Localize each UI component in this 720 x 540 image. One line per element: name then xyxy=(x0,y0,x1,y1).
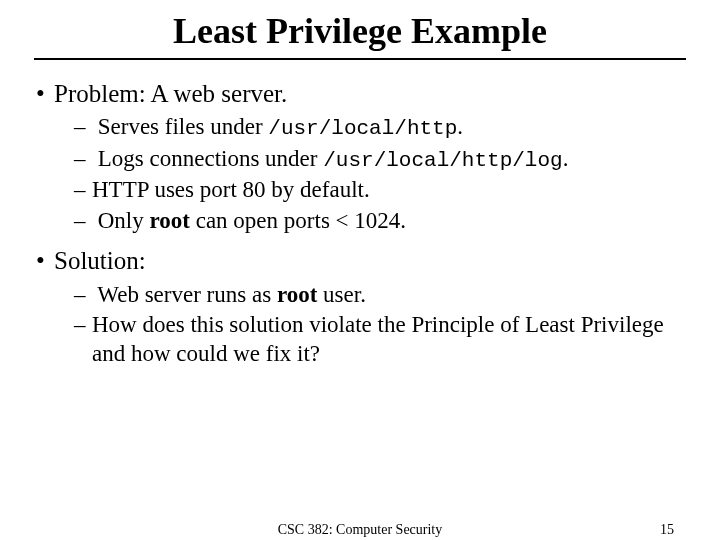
text: can open ports < 1024. xyxy=(190,208,406,233)
bold-root: root xyxy=(150,208,190,233)
bullet-problem: Problem: A web server. xyxy=(36,78,684,109)
bullet-solution: Solution: xyxy=(36,245,684,276)
bold-root: root xyxy=(277,282,317,307)
sub-bullet: Logs connections under /usr/local/http/l… xyxy=(74,145,684,174)
text: Logs connections under xyxy=(98,146,323,171)
footer-course: CSC 382: Computer Security xyxy=(0,522,720,538)
sub-bullet: Web server runs as root user. xyxy=(74,281,684,310)
slide-body: Problem: A web server. Serves files unde… xyxy=(36,78,684,369)
code-path: /usr/local/http/log xyxy=(323,149,562,172)
slide-title: Least Privilege Example xyxy=(60,0,660,52)
text: Web server runs as xyxy=(97,282,277,307)
sub-bullet: How does this solution violate the Princ… xyxy=(74,311,684,369)
text: Serves files under xyxy=(98,114,269,139)
text: Only xyxy=(98,208,150,233)
slide: Least Privilege Example Problem: A web s… xyxy=(0,0,720,540)
text: . xyxy=(457,114,463,139)
sub-bullet: HTTP uses port 80 by default. xyxy=(74,176,684,205)
title-underline xyxy=(34,58,686,60)
text: user. xyxy=(317,282,366,307)
slide-number: 15 xyxy=(660,522,674,538)
sub-bullet: Only root can open ports < 1024. xyxy=(74,207,684,236)
code-path: /usr/local/http xyxy=(268,117,457,140)
sub-bullet: Serves files under /usr/local/http. xyxy=(74,113,684,142)
text: . xyxy=(563,146,569,171)
